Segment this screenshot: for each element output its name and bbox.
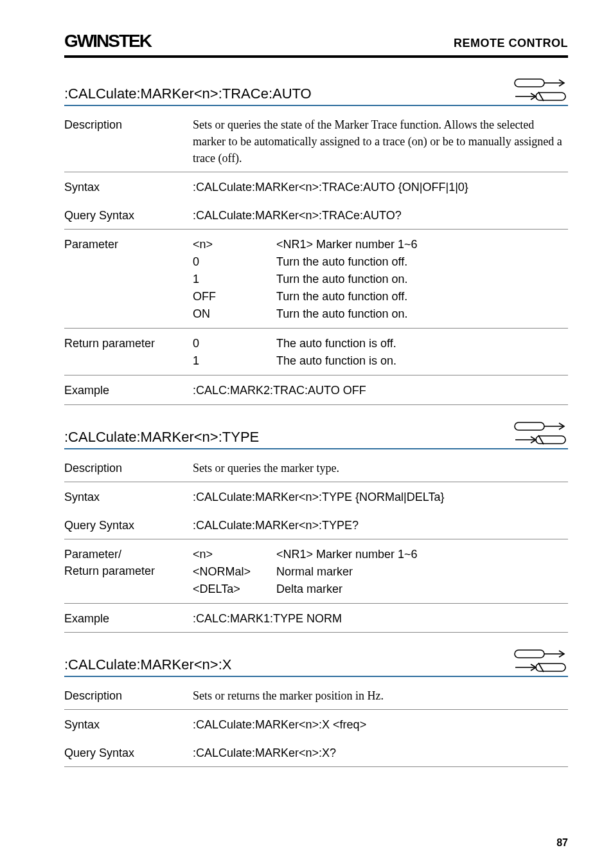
param-key: 0 (193, 253, 276, 271)
param-value: Turn the auto function off. (276, 288, 568, 305)
param-key: 1 (193, 271, 276, 288)
field-label: Description (64, 116, 193, 167)
param-value: Turn the auto function on. (276, 271, 568, 288)
field-row: DescriptionSets or returns the marker po… (64, 681, 568, 710)
param-value: <NR1> Marker number 1~6 (276, 236, 568, 253)
syntax-icons (514, 648, 568, 673)
command-title-row: :CALCulate:MARKer<n>:TYPE (64, 420, 568, 449)
syntax-icons (514, 77, 568, 102)
field-row: Query Syntax:CALCulate:MARKer<n>:TYPE? (64, 511, 568, 539)
set-icon (514, 77, 568, 89)
command-block: :CALCulate:MARKer<n>:TYPE DescriptionSet… (64, 420, 568, 633)
query-icon (514, 662, 568, 673)
field-label: Query Syntax (64, 207, 193, 224)
field-row: Query Syntax:CALCulate:MARKer<n>:TRACe:A… (64, 201, 568, 230)
field-label: Syntax (64, 716, 193, 733)
set-icon (514, 420, 568, 432)
field-label: Description (64, 460, 193, 476)
param-table: 01The auto function is off.The auto func… (193, 335, 568, 370)
field-row: Parameter/ Return parameter<n><NORMal><D… (64, 539, 568, 604)
command-title-row: :CALCulate:MARKer<n>:TRACe:AUTO (64, 77, 568, 106)
param-value: Delta marker (276, 581, 568, 598)
param-key: <n> (193, 546, 276, 563)
param-value: Turn the auto function on. (276, 305, 568, 323)
field-label: Description (64, 687, 193, 704)
param-values: <NR1> Marker number 1~6Turn the auto fun… (276, 236, 568, 323)
field-label: Example (64, 382, 193, 399)
field-row: DescriptionSets or queries the state of … (64, 110, 568, 172)
svg-rect-13 (536, 664, 565, 671)
field-row: Syntax:CALCulate:MARKer<n>:TYPE {NORMal|… (64, 482, 568, 511)
param-values: <NR1> Marker number 1~6Normal markerDelt… (276, 546, 568, 598)
logo-text: GWINSTEK (64, 31, 151, 51)
svg-rect-5 (515, 422, 544, 430)
param-value: The auto function is off. (276, 335, 568, 352)
param-value: Turn the auto function off. (276, 253, 568, 271)
field-content: :CALCulate:MARKer<n>:TRACe:AUTO {ON|OFF|… (193, 179, 568, 195)
param-value: Normal marker (276, 563, 568, 581)
query-icon (514, 91, 568, 102)
syntax-icons (514, 420, 568, 446)
field-content: 01The auto function is off.The auto func… (193, 335, 568, 370)
command-title: :CALCulate:MARKer<n>:TRACe:AUTO (64, 86, 312, 102)
page-header: GWINSTEK REMOTE CONTROL (64, 31, 568, 58)
param-keys: <n>01OFFON (193, 236, 276, 323)
param-keys: 01 (193, 335, 276, 370)
field-content: Sets or queries the marker type. (193, 460, 568, 476)
svg-rect-8 (536, 436, 565, 444)
param-table: <n>01OFFON<NR1> Marker number 1~6Turn th… (193, 236, 568, 323)
field-content: <n><NORMal><DELTa><NR1> Marker number 1~… (193, 546, 568, 598)
field-row: Syntax:CALCulate:MARKer<n>:TRACe:AUTO {O… (64, 172, 568, 201)
param-key: <n> (193, 236, 276, 253)
svg-rect-10 (515, 650, 544, 658)
command-block: :CALCulate:MARKer<n>:TRACe:AUTO Descript… (64, 77, 568, 405)
command-title: :CALCulate:MARKer<n>:TYPE (64, 429, 259, 446)
field-content: <n>01OFFON<NR1> Marker number 1~6Turn th… (193, 236, 568, 323)
param-key: 0 (193, 335, 276, 352)
param-key: 1 (193, 352, 276, 370)
field-row: Syntax:CALCulate:MARKer<n>:X <freq> (64, 710, 568, 738)
command-title-row: :CALCulate:MARKer<n>:X (64, 648, 568, 677)
field-row: Example:CALC:MARK2:TRAC:AUTO OFF (64, 375, 568, 404)
param-key: OFF (193, 288, 276, 305)
field-content: :CALC:MARK1:TYPE NORM (193, 610, 568, 627)
section-title: REMOTE CONTROL (454, 37, 568, 50)
field-label: Syntax (64, 179, 193, 195)
field-content: :CALCulate:MARKer<n>:TYPE {NORMal|DELTa} (193, 489, 568, 505)
svg-rect-3 (536, 93, 565, 100)
field-content: :CALCulate:MARKer<n>:TYPE? (193, 517, 568, 534)
param-keys: <n><NORMal><DELTa> (193, 546, 276, 598)
field-label: Query Syntax (64, 745, 193, 761)
field-content: :CALC:MARK2:TRAC:AUTO OFF (193, 382, 568, 399)
brand-logo: GWINSTEK (64, 31, 151, 51)
field-row: Example:CALC:MARK1:TYPE NORM (64, 604, 568, 633)
page-number: 87 (556, 837, 568, 849)
field-row: Parameter<n>01OFFON<NR1> Marker number 1… (64, 230, 568, 329)
field-label: Query Syntax (64, 517, 193, 534)
field-label: Return parameter (64, 335, 193, 370)
field-content: :CALCulate:MARKer<n>:X <freq> (193, 716, 568, 733)
param-key: <DELTa> (193, 581, 276, 598)
field-content: Sets or queries the state of the Marker … (193, 116, 568, 167)
field-row: DescriptionSets or queries the marker ty… (64, 453, 568, 482)
field-label: Syntax (64, 489, 193, 505)
field-content: :CALCulate:MARKer<n>:X? (193, 745, 568, 761)
field-label: Parameter/ Return parameter (64, 546, 193, 598)
command-block: :CALCulate:MARKer<n>:X DescriptionSets o… (64, 648, 568, 767)
svg-line-9 (538, 435, 544, 444)
field-label: Example (64, 610, 193, 627)
param-key: ON (193, 305, 276, 323)
content-area: :CALCulate:MARKer<n>:TRACe:AUTO Descript… (64, 77, 568, 767)
field-label: Parameter (64, 236, 193, 323)
field-row: Query Syntax:CALCulate:MARKer<n>:X? (64, 738, 568, 767)
param-value: The auto function is on. (276, 352, 568, 370)
svg-line-4 (538, 92, 544, 101)
field-content: Sets or returns the marker position in H… (193, 687, 568, 704)
command-title: :CALCulate:MARKer<n>:X (64, 656, 231, 673)
param-value: <NR1> Marker number 1~6 (276, 546, 568, 563)
query-icon (514, 434, 568, 446)
svg-rect-0 (515, 79, 544, 87)
param-key: <NORMal> (193, 563, 276, 581)
param-values: The auto function is off.The auto functi… (276, 335, 568, 370)
param-table: <n><NORMal><DELTa><NR1> Marker number 1~… (193, 546, 568, 598)
